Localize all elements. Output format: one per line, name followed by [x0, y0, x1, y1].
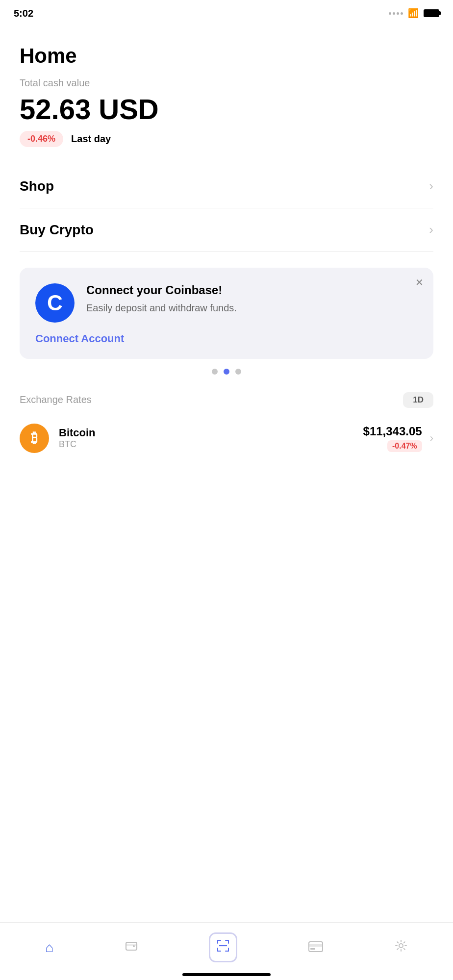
bitcoin-change-badge: -0.47% — [387, 440, 422, 452]
svg-rect-14 — [310, 948, 315, 950]
wifi-icon: 📶 — [408, 8, 419, 19]
svg-rect-13 — [309, 944, 323, 947]
bitcoin-price: $11,343.05 — [363, 425, 422, 438]
svg-rect-6 — [228, 940, 229, 944]
svg-rect-1 — [126, 944, 137, 946]
change-badge: -0.46% — [20, 131, 63, 147]
buy-crypto-label: Buy Crypto — [20, 222, 94, 238]
bitcoin-ticker: BTC — [59, 439, 96, 450]
shop-label: Shop — [20, 178, 54, 194]
change-row: -0.46% Last day — [20, 131, 433, 147]
svg-rect-10 — [228, 948, 229, 952]
buy-crypto-chevron-icon: › — [429, 222, 433, 237]
tab-scan[interactable] — [199, 930, 247, 965]
battery-icon — [424, 9, 439, 17]
bitcoin-price-block: $11,343.05 -0.47% — [363, 425, 422, 452]
bitcoin-name: Bitcoin — [59, 427, 96, 439]
bitcoin-right: $11,343.05 -0.47% › — [363, 425, 433, 452]
bitcoin-row[interactable]: ₿ Bitcoin BTC $11,343.05 -0.47% › — [20, 418, 433, 459]
period-label: Last day — [71, 133, 111, 145]
bitcoin-left: ₿ Bitcoin BTC — [20, 424, 96, 453]
settings-icon — [394, 939, 408, 956]
svg-rect-8 — [217, 948, 218, 952]
card-body: C Connect your Coinbase! Easily deposit … — [35, 283, 418, 323]
bitcoin-icon: ₿ — [20, 424, 49, 453]
tab-home[interactable]: ⌂ — [35, 937, 63, 958]
connect-account-button[interactable]: Connect Account — [35, 332, 124, 345]
scan-icon — [209, 932, 237, 962]
home-icon: ⌂ — [45, 940, 53, 955]
card-description: Easily deposit and withdraw funds. — [86, 301, 418, 315]
signal-dots-icon — [389, 12, 403, 15]
svg-rect-4 — [217, 940, 218, 944]
period-badge: 1D — [403, 392, 433, 408]
status-time: 5:02 — [14, 8, 33, 19]
dots-indicator — [20, 369, 433, 375]
wallet-icon — [125, 939, 138, 956]
exchange-rates-title: Exchange Rates — [20, 394, 92, 405]
main-content: Home Total cash value 52.63 USD -0.46% L… — [0, 25, 453, 469]
svg-point-2 — [133, 945, 135, 947]
status-icons: 📶 — [389, 8, 439, 19]
card-text-block: Connect your Coinbase! Easily deposit an… — [86, 283, 418, 315]
buy-crypto-nav-item[interactable]: Buy Crypto › — [20, 208, 433, 252]
tab-card[interactable] — [299, 937, 333, 958]
dot-3 — [235, 369, 241, 375]
tab-wallet[interactable] — [115, 936, 148, 959]
bottom-nav: ⌂ — [0, 922, 453, 980]
bitcoin-chevron-icon: › — [430, 432, 433, 445]
page-title: Home — [20, 44, 433, 68]
tab-settings[interactable] — [384, 936, 418, 959]
coinbase-logo: C — [35, 283, 75, 323]
exchange-header: Exchange Rates 1D — [20, 392, 433, 408]
card-title: Connect your Coinbase! — [86, 283, 418, 297]
total-cash-label: Total cash value — [20, 77, 433, 89]
portfolio-section: Total cash value 52.63 USD -0.46% Last d… — [20, 77, 433, 147]
shop-chevron-icon: › — [429, 178, 433, 194]
bitcoin-info: Bitcoin BTC — [59, 427, 96, 450]
shop-nav-item[interactable]: Shop › — [20, 165, 433, 208]
close-card-button[interactable]: ✕ — [415, 276, 424, 288]
exchange-rates-section: Exchange Rates 1D ₿ Bitcoin BTC $11,343.… — [20, 392, 433, 459]
promo-card: ✕ C Connect your Coinbase! Easily deposi… — [20, 268, 433, 359]
card-icon — [308, 940, 323, 955]
total-cash-value: 52.63 USD — [20, 94, 433, 125]
home-indicator — [182, 973, 271, 976]
svg-point-15 — [399, 944, 403, 948]
coinbase-logo-letter: C — [47, 291, 63, 315]
status-bar: 5:02 📶 — [0, 0, 453, 25]
dot-2 — [224, 369, 229, 375]
dot-1 — [212, 369, 218, 375]
